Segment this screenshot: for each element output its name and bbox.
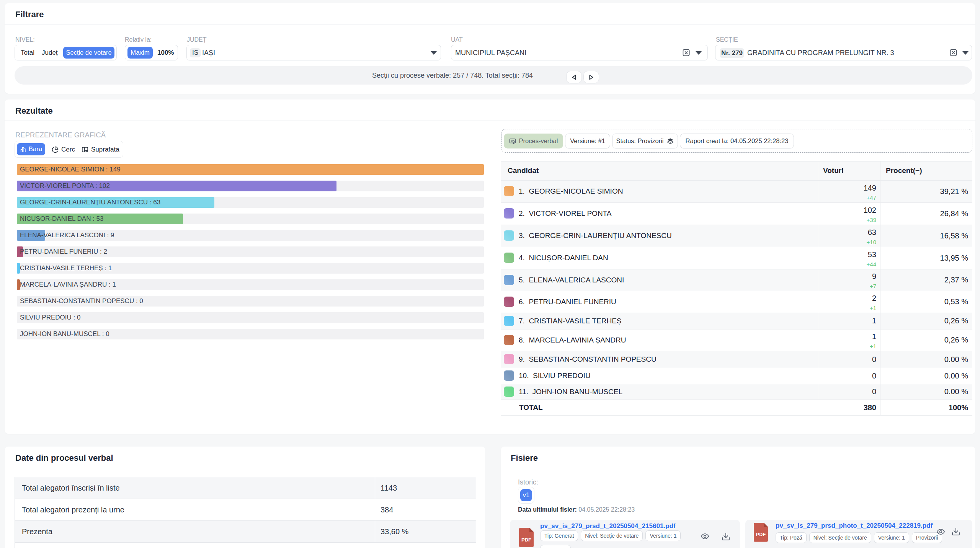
svg-text:PDF: PDF [756, 532, 766, 537]
svg-text:PDF: PDF [521, 537, 531, 543]
